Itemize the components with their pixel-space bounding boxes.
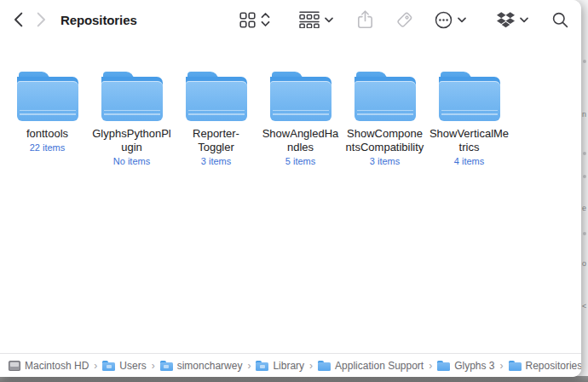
background-content-fragment: e xyxy=(582,205,586,212)
background-content-fragment xyxy=(583,175,586,178)
window-title: Repositories xyxy=(61,13,137,27)
chevron-down-icon xyxy=(458,17,466,23)
dropbox-button[interactable] xyxy=(497,12,528,28)
folder-item-showverticalmetrics[interactable]: ShowVerticalMetrics 4 items xyxy=(429,72,510,166)
folder-name: ShowComponentsCompatibility xyxy=(344,127,425,154)
grid-view-icon xyxy=(239,12,256,28)
dropbox-icon xyxy=(497,12,515,28)
tag-icon xyxy=(395,11,413,29)
path-item-application-support[interactable]: Application Support xyxy=(318,360,424,372)
back-icon xyxy=(14,12,23,27)
tag-button[interactable] xyxy=(395,11,413,29)
path-item-users[interactable]: Users xyxy=(102,360,146,372)
folder-icon xyxy=(101,72,163,121)
background-content-fragment: < xyxy=(582,303,586,310)
file-browser-content: fonttools 22 items GlyphsPythonPlugin No… xyxy=(0,39,581,353)
forward-icon xyxy=(37,12,46,27)
path-separator-icon: › xyxy=(309,360,313,372)
folder-row: fonttools 22 items GlyphsPythonPlugin No… xyxy=(0,39,581,166)
home-folder-icon xyxy=(160,361,173,371)
view-mode-button[interactable] xyxy=(239,12,270,28)
folder-item-count: 3 items xyxy=(370,156,400,166)
path-separator-icon: › xyxy=(247,360,251,372)
path-separator-icon: › xyxy=(152,360,155,372)
folder-item-count: 22 items xyxy=(30,142,66,153)
folder-item-showcomponentscompatibility[interactable]: ShowComponentsCompatibility 3 items xyxy=(344,72,425,166)
folder-item-glyphspythonplugin[interactable]: GlyphsPythonPlugin No items xyxy=(91,72,172,166)
background-content-fragment xyxy=(583,232,586,235)
folder-name: GlyphsPythonPlugin xyxy=(91,127,172,154)
library-folder-icon xyxy=(256,361,268,371)
folder-icon xyxy=(270,72,331,121)
folder-icon xyxy=(318,361,331,371)
folder-icon xyxy=(186,72,247,121)
finder-window: Repositories xyxy=(0,0,581,377)
background-content-fragment xyxy=(583,60,586,63)
folder-name: fonttools xyxy=(26,127,68,141)
folder-item-count: No items xyxy=(113,156,150,166)
folder-icon xyxy=(355,72,416,121)
path-item-glyphs-3[interactable]: Glyphs 3 xyxy=(437,360,494,372)
path-item-simoncharwey[interactable]: simoncharwey xyxy=(160,360,243,372)
path-bar: Macintosh HD › Users › simoncharwey › Li… xyxy=(0,353,581,377)
background-content-fragment: o xyxy=(582,260,586,268)
folder-item-count: 4 items xyxy=(454,156,484,166)
path-item-library[interactable]: Library xyxy=(256,360,304,372)
folder-name: ShowAngledHandles xyxy=(260,127,341,154)
folder-name: Reporter-Toggler xyxy=(176,127,257,154)
path-label: Users xyxy=(119,360,146,372)
path-label: Macintosh HD xyxy=(25,360,89,372)
share-button[interactable] xyxy=(357,10,373,29)
path-separator-icon: › xyxy=(500,360,504,372)
group-by-button[interactable] xyxy=(299,11,333,28)
path-label: simoncharwey xyxy=(177,360,243,372)
group-icon xyxy=(299,11,320,28)
users-folder-icon xyxy=(102,361,115,371)
folder-name: ShowVerticalMetrics xyxy=(429,127,510,154)
background-content-fragment: n xyxy=(582,111,586,119)
share-icon xyxy=(357,10,373,29)
search-button[interactable] xyxy=(552,12,568,28)
path-item-repositories[interactable]: Repositories xyxy=(509,360,581,372)
folder-item-fonttools[interactable]: fonttools 22 items xyxy=(7,72,88,166)
chevron-down-icon xyxy=(520,17,528,23)
folder-item-reporter-toggler[interactable]: Reporter-Toggler 3 items xyxy=(176,72,257,166)
path-label: Repositories xyxy=(526,360,581,372)
folder-icon xyxy=(437,361,450,371)
more-options-icon xyxy=(435,11,453,29)
folder-icon xyxy=(17,72,78,121)
view-stepper-icon xyxy=(261,12,270,27)
path-label: Application Support xyxy=(335,360,424,372)
background-window-edge xyxy=(0,376,588,382)
path-separator-icon: › xyxy=(429,360,432,372)
folder-icon xyxy=(439,72,500,121)
path-label: Glyphs 3 xyxy=(454,360,494,372)
more-options-button[interactable] xyxy=(435,11,466,29)
path-label: Library xyxy=(273,360,304,372)
folder-item-showangledhandles[interactable]: ShowAngledHandles 5 items xyxy=(260,72,341,166)
path-item-macintosh-hd[interactable]: Macintosh HD xyxy=(9,360,89,372)
background-content-fragment xyxy=(583,152,586,155)
hard-drive-icon xyxy=(9,361,20,371)
path-separator-icon: › xyxy=(94,360,97,372)
folder-icon xyxy=(509,361,522,371)
search-icon xyxy=(552,12,568,28)
forward-button[interactable] xyxy=(37,12,46,27)
folder-item-count: 5 items xyxy=(285,156,315,166)
back-button[interactable] xyxy=(14,12,23,27)
chevron-down-icon xyxy=(325,17,333,23)
toolbar: Repositories xyxy=(0,0,581,39)
folder-item-count: 3 items xyxy=(201,156,231,166)
